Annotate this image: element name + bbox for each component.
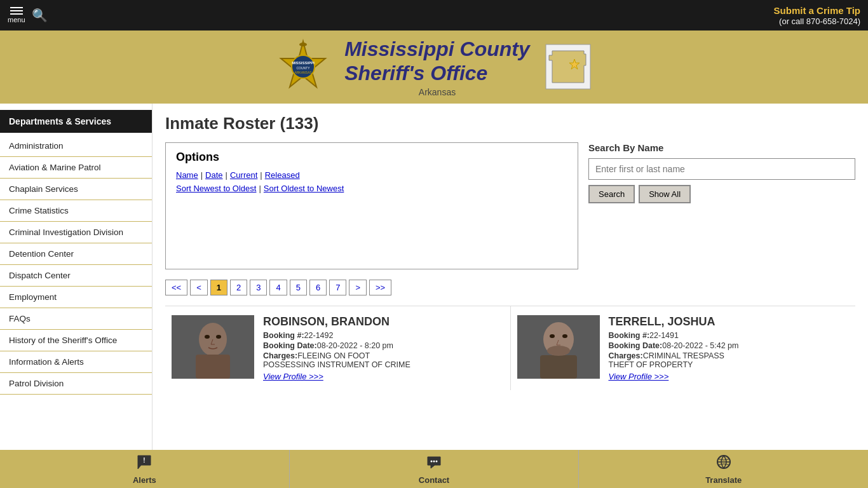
svg-text:!: ! bbox=[144, 457, 146, 459]
pagination-page-7[interactable]: 7 bbox=[329, 280, 346, 295]
view-profile-terrell[interactable]: View Profile >>> bbox=[609, 372, 850, 381]
inmate-name-robinson: ROBINSON, BRANDON bbox=[263, 315, 504, 329]
sort-oldest-link[interactable]: Sort Oldest to Newest bbox=[264, 184, 344, 193]
inmate-booking-date-robinson: Booking Date:08-20-2022 - 8:20 pm bbox=[263, 341, 504, 350]
options-box: Options Name | Date | Current | Released… bbox=[165, 142, 578, 269]
sort-links: Sort Newest to Oldest | Sort Oldest to N… bbox=[176, 184, 567, 193]
topbar-left: menu 🔍 bbox=[8, 7, 48, 24]
content-area: Inmate Roster (133) Options Name | Date … bbox=[153, 104, 868, 459]
sidebar-item-history[interactable]: History of the Sheriff's Office bbox=[0, 330, 152, 351]
inmate-booking-num-robinson: Booking #:22-1492 bbox=[263, 331, 504, 340]
search-input[interactable] bbox=[588, 158, 855, 180]
svg-rect-10 bbox=[196, 355, 230, 379]
sidebar-item-info-alerts[interactable]: Information & Alerts bbox=[0, 351, 152, 373]
svg-text:MISSISSIPPI: MISSISSIPPI bbox=[292, 61, 315, 65]
view-profile-robinson[interactable]: View Profile >>> bbox=[263, 372, 504, 381]
header-banner: MISSISSIPPI COUNTY ARKANSAS Mississippi … bbox=[0, 30, 868, 104]
pagination-page-2[interactable]: 2 bbox=[230, 280, 247, 295]
topbar: menu 🔍 Submit a Crime Tip (or call 870-6… bbox=[0, 0, 868, 30]
sort-by-name-link[interactable]: Name bbox=[176, 170, 198, 180]
alerts-icon: ! bbox=[136, 454, 153, 459]
pagination-page-4[interactable]: 4 bbox=[269, 280, 287, 295]
svg-point-17 bbox=[562, 334, 567, 338]
pagination: << < 1 2 3 4 5 6 7 > >> bbox=[165, 280, 855, 295]
options-search-row: Options Name | Date | Current | Released… bbox=[165, 142, 855, 269]
contact-icon bbox=[426, 454, 442, 459]
main-layout: Departments & Services Administration Av… bbox=[0, 104, 868, 459]
sidebar: Departments & Services Administration Av… bbox=[0, 104, 153, 459]
inmate-booking-num-terrell: Booking #:22-1491 bbox=[609, 331, 850, 340]
inmate-photo-terrell bbox=[517, 315, 600, 379]
pagination-page-3[interactable]: 3 bbox=[250, 280, 267, 295]
sidebar-item-detention[interactable]: Detention Center bbox=[0, 243, 152, 265]
options-links: Name | Date | Current | Released bbox=[176, 170, 567, 180]
crime-tip-link[interactable]: Submit a Crime Tip bbox=[774, 5, 860, 16]
search-by-name-label: Search By Name bbox=[588, 142, 855, 153]
sort-released-link[interactable]: Released bbox=[265, 170, 300, 180]
sidebar-item-chaplain[interactable]: Chaplain Services bbox=[0, 179, 152, 200]
sidebar-item-dispatch[interactable]: Dispatch Center bbox=[0, 265, 152, 287]
sort-by-date-link[interactable]: Date bbox=[205, 170, 222, 180]
sheriff-badge-icon: MISSISSIPPI COUNTY ARKANSAS bbox=[275, 38, 332, 95]
sidebar-header: Departments & Services bbox=[0, 110, 152, 133]
svg-point-18 bbox=[547, 346, 570, 356]
svg-text:COUNTY: COUNTY bbox=[297, 66, 311, 70]
inmate-cards: ROBINSON, BRANDON Booking #:22-1492 Book… bbox=[165, 306, 855, 390]
translate-icon bbox=[715, 454, 732, 459]
search-icon[interactable]: 🔍 bbox=[32, 8, 48, 23]
inmate-name-terrell: TERRELL, JOSHUA bbox=[609, 315, 850, 329]
inmate-booking-date-terrell: Booking Date:08-20-2022 - 5:42 pm bbox=[609, 341, 850, 350]
svg-point-12 bbox=[216, 335, 221, 339]
pagination-first[interactable]: << bbox=[165, 280, 187, 295]
svg-point-5 bbox=[299, 43, 307, 46]
sort-newest-link[interactable]: Sort Newest to Oldest bbox=[176, 184, 256, 193]
bottom-nav-alerts[interactable]: ! Alerts bbox=[0, 450, 290, 459]
options-title: Options bbox=[176, 151, 567, 164]
sidebar-item-crime-stats[interactable]: Crime Statistics bbox=[0, 200, 152, 222]
svg-text:ARKANSAS: ARKANSAS bbox=[295, 71, 313, 74]
topbar-right: Submit a Crime Tip (or call 870-658-7024… bbox=[774, 5, 860, 26]
pagination-page-1[interactable]: 1 bbox=[210, 280, 227, 295]
pagination-page-5[interactable]: 5 bbox=[290, 280, 307, 295]
inmate-charges-robinson: Charges:FLEEING ON FOOTPOSSESSING INSTRU… bbox=[263, 351, 504, 369]
bottom-nav: ! Alerts Contact Translate bbox=[0, 450, 868, 459]
crime-tip-phone: (or call 870-658-7024) bbox=[779, 17, 860, 26]
inmate-card-robinson: ROBINSON, BRANDON Booking #:22-1492 Book… bbox=[165, 306, 511, 390]
bottom-nav-contact[interactable]: Contact bbox=[290, 450, 580, 459]
arkansas-map-icon bbox=[543, 41, 593, 92]
bottom-nav-translate[interactable]: Translate bbox=[579, 450, 868, 459]
sidebar-item-administration[interactable]: Administration bbox=[0, 135, 152, 157]
inmate-card-terrell: TERRELL, JOSHUA Booking #:22-1491 Bookin… bbox=[511, 306, 856, 390]
page-title: Inmate Roster (133) bbox=[165, 114, 855, 133]
sidebar-item-cid[interactable]: Criminal Investigation Division bbox=[0, 222, 152, 243]
svg-point-16 bbox=[550, 334, 555, 338]
menu-button[interactable]: menu bbox=[8, 7, 25, 24]
sidebar-item-aviation[interactable]: Aviation & Marine Patrol bbox=[0, 157, 152, 179]
sidebar-item-employment[interactable]: Employment bbox=[0, 287, 152, 308]
svg-rect-15 bbox=[540, 355, 577, 379]
pagination-prev[interactable]: < bbox=[190, 280, 208, 295]
inmate-charges-terrell: Charges:CRIMINAL TRESPASSTHEFT OF PROPER… bbox=[609, 351, 850, 369]
pagination-last[interactable]: >> bbox=[369, 280, 391, 295]
header-title: Mississippi County Sheriff's Office Arka… bbox=[344, 37, 530, 97]
inmate-photo-robinson bbox=[172, 315, 254, 379]
show-all-button[interactable]: Show All bbox=[639, 185, 691, 203]
search-box: Search By Name Search Show All bbox=[588, 142, 855, 269]
search-button[interactable]: Search bbox=[588, 185, 635, 203]
sort-current-link[interactable]: Current bbox=[230, 170, 257, 180]
svg-point-11 bbox=[205, 335, 210, 339]
pagination-page-6[interactable]: 6 bbox=[309, 280, 327, 295]
header-logo: MISSISSIPPI COUNTY ARKANSAS bbox=[275, 38, 332, 95]
sidebar-item-patrol[interactable]: Patrol Division bbox=[0, 373, 152, 395]
inmate-info-robinson: ROBINSON, BRANDON Booking #:22-1492 Book… bbox=[263, 315, 504, 381]
pagination-next[interactable]: > bbox=[349, 280, 367, 295]
inmate-info-terrell: TERRELL, JOSHUA Booking #:22-1491 Bookin… bbox=[609, 315, 850, 381]
search-buttons: Search Show All bbox=[588, 185, 855, 203]
sidebar-item-faqs[interactable]: FAQs bbox=[0, 308, 152, 330]
